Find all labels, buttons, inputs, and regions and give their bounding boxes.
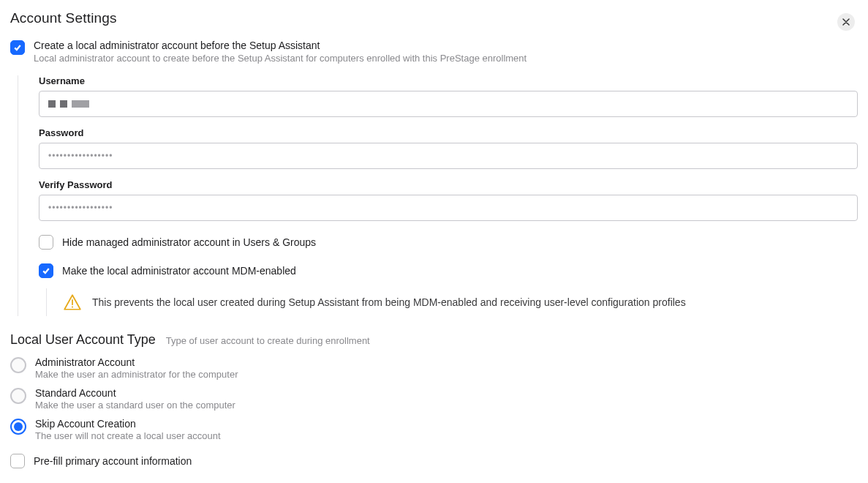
radio-admin-label: Administrator Account	[35, 356, 238, 368]
password-label: Password	[39, 127, 858, 138]
prefill-checkbox[interactable]	[10, 454, 25, 468]
mdm-enabled-label: Make the local administrator account MDM…	[62, 265, 296, 277]
radio-admin-account[interactable]	[10, 357, 26, 373]
radio-skip-label: Skip Account Creation	[35, 418, 221, 430]
hide-managed-checkbox[interactable]	[39, 235, 53, 250]
check-icon	[42, 266, 50, 275]
radio-standard-desc: Make the user a standard user on the com…	[35, 400, 235, 411]
page-title: Account Settings	[10, 10, 117, 26]
svg-point-1	[72, 306, 73, 307]
radio-standard-account[interactable]	[10, 388, 26, 404]
close-button[interactable]	[837, 13, 855, 31]
mdm-enabled-checkbox[interactable]	[39, 263, 53, 278]
radio-standard-label: Standard Account	[35, 387, 235, 399]
password-input[interactable]	[39, 143, 858, 169]
username-value-redacted	[48, 100, 89, 108]
username-input[interactable]	[39, 91, 858, 117]
verify-password-input[interactable]	[39, 195, 858, 221]
verify-password-label: Verify Password	[39, 179, 858, 190]
warning-icon	[63, 293, 82, 312]
create-admin-label: Create a local administrator account bef…	[34, 40, 527, 51]
radio-admin-desc: Make the user an administrator for the c…	[35, 369, 238, 380]
prefill-label: Pre-fill primary account information	[34, 455, 192, 467]
account-type-desc: Type of user account to create during en…	[166, 335, 370, 346]
hide-managed-label: Hide managed administrator account in Us…	[62, 236, 316, 248]
radio-skip-account[interactable]	[10, 419, 26, 435]
create-admin-checkbox[interactable]	[10, 40, 25, 55]
create-admin-desc: Local administrator account to create be…	[34, 53, 527, 64]
radio-skip-desc: The user will not create a local user ac…	[35, 430, 221, 441]
check-icon	[13, 43, 22, 52]
account-type-title: Local User Account Type	[10, 332, 156, 348]
mdm-warning-text: This prevents the local user created dur…	[92, 296, 686, 308]
username-label: Username	[39, 75, 858, 86]
close-icon	[842, 18, 850, 26]
